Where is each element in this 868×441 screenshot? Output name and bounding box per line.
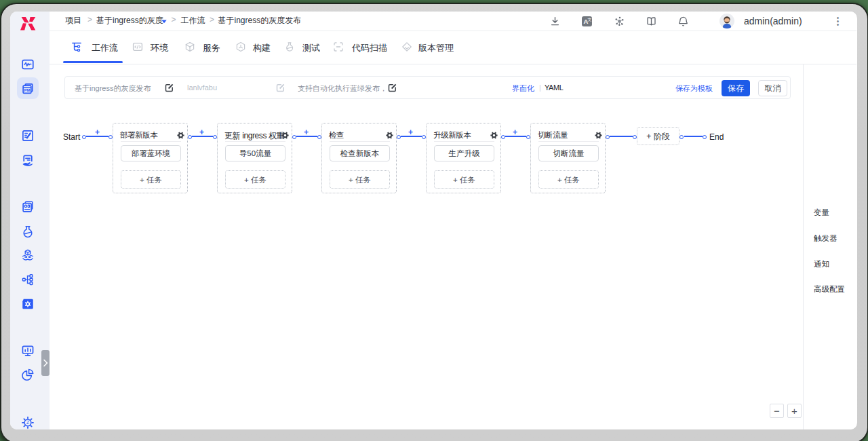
svg-text:文: 文 [588, 17, 592, 22]
svg-text:PM: PM [24, 88, 31, 92]
svg-text:Z: Z [26, 420, 29, 425]
